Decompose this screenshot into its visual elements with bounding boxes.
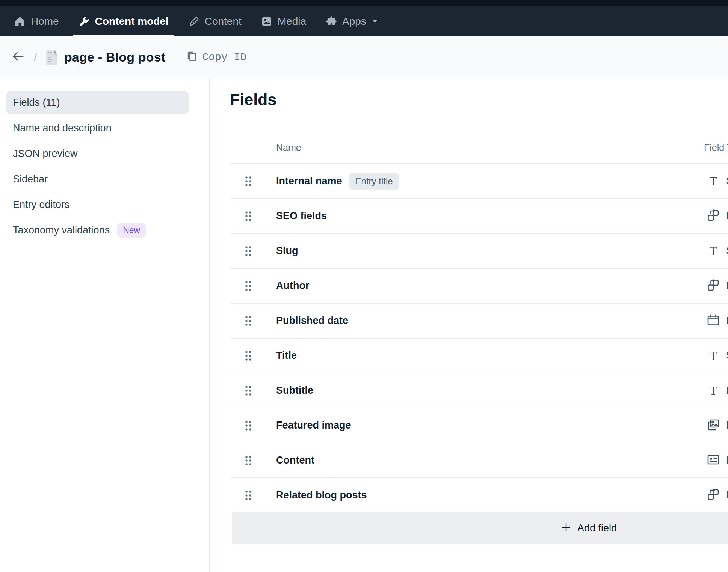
field-type-cell: TS xyxy=(707,349,728,362)
field-type-text: M xyxy=(726,420,728,431)
richtext-type-icon xyxy=(707,453,720,468)
sidebar-item-taxonomy-validations[interactable]: Taxonomy validationsNew xyxy=(6,218,189,242)
add-field-label: Add field xyxy=(577,522,617,534)
field-row-internal-name[interactable]: Internal nameEntry titleTS xyxy=(231,163,728,198)
drag-handle-icon[interactable] xyxy=(244,176,252,187)
text-type-icon: T xyxy=(707,349,720,362)
nav-item-content-model[interactable]: Content model xyxy=(79,6,169,36)
field-row-featured-image[interactable]: Featured imageM xyxy=(231,408,728,443)
field-type-text: S xyxy=(726,350,728,361)
add-field-button[interactable]: Add field xyxy=(232,512,728,544)
back-button[interactable] xyxy=(11,49,26,65)
field-row-content[interactable]: ContentR xyxy=(231,443,728,477)
field-name: Title xyxy=(276,350,297,361)
image-type-icon xyxy=(707,418,720,433)
breadcrumb-separator: / xyxy=(34,50,37,64)
reference-type-icon xyxy=(707,278,720,294)
field-name: Subtitle xyxy=(276,385,313,396)
drag-handle-icon[interactable] xyxy=(244,420,252,431)
copy-id-label: Copy ID xyxy=(202,51,246,63)
sidebar-item-label: Fields (11) xyxy=(13,97,60,108)
plus-icon xyxy=(560,521,572,535)
settings-sidebar: Fields (11)Name and descriptionJSON prev… xyxy=(0,78,210,572)
field-row-related-blog-posts[interactable]: Related blog postsR xyxy=(231,477,728,512)
nav-item-content[interactable]: Content xyxy=(188,6,242,36)
fields-table: Internal nameEntry titleTSSEO fieldsRSlu… xyxy=(210,163,728,512)
copy-icon xyxy=(186,51,198,63)
drag-handle-icon[interactable] xyxy=(244,490,252,501)
nav-item-media[interactable]: Media xyxy=(261,6,306,36)
nav-item-label: Home xyxy=(31,15,59,27)
fields-heading: Fields xyxy=(230,90,276,109)
field-name: Related blog posts xyxy=(276,489,367,501)
field-name: Slug xyxy=(276,245,298,257)
field-type-text: D xyxy=(726,315,728,327)
field-row-title[interactable]: TitleTS xyxy=(231,338,728,373)
drag-handle-icon[interactable] xyxy=(244,211,252,222)
sidebar-item-json-preview[interactable]: JSON preview xyxy=(6,142,189,166)
sidebar-item-label: Taxonomy validations xyxy=(13,224,110,236)
field-type-cell: R xyxy=(707,209,728,224)
field-type-text: Lo xyxy=(726,385,728,396)
sidebar-item-name-and-description[interactable]: Name and description xyxy=(6,116,189,140)
drag-handle-icon[interactable] xyxy=(244,385,252,396)
field-type-text: R xyxy=(726,280,728,292)
puzzle-icon xyxy=(326,16,337,27)
field-row-slug[interactable]: SlugTS xyxy=(231,233,728,268)
field-type-text: R xyxy=(726,210,728,222)
drag-handle-icon[interactable] xyxy=(244,245,252,257)
reference-type-icon xyxy=(707,488,720,503)
field-row-author[interactable]: AuthorR xyxy=(231,268,728,303)
text-type-icon: T xyxy=(707,384,720,397)
field-type-cell: R xyxy=(707,453,728,468)
new-badge: New xyxy=(117,223,146,238)
field-name: Content xyxy=(276,455,314,466)
sidebar-item-entry-editors[interactable]: Entry editors xyxy=(6,193,189,217)
drag-handle-icon[interactable] xyxy=(244,455,252,466)
nav-item-home[interactable]: Home xyxy=(14,6,59,36)
fields-panel: Fields Name Field T Internal nameEntry t… xyxy=(210,78,728,572)
field-name: Author xyxy=(276,280,309,292)
field-name: Featured image xyxy=(276,420,351,431)
field-row-seo-fields[interactable]: SEO fieldsR xyxy=(231,198,728,233)
sidebar-item-label: Entry editors xyxy=(13,199,70,211)
reference-type-icon xyxy=(707,209,720,224)
field-row-subtitle[interactable]: SubtitleTLo xyxy=(231,373,728,408)
drag-handle-icon[interactable] xyxy=(244,350,252,361)
field-type-cell: R xyxy=(707,278,728,294)
field-type-cell: TLo xyxy=(707,384,728,397)
text-type-icon: T xyxy=(707,175,720,188)
text-type-icon: T xyxy=(707,175,720,188)
field-name: Internal name xyxy=(276,175,342,187)
field-type-text: S xyxy=(726,245,728,257)
drag-handle-icon[interactable] xyxy=(244,315,252,327)
sidebar-item-sidebar[interactable]: Sidebar xyxy=(6,167,189,191)
nav-item-label: Apps xyxy=(342,15,366,27)
column-header-field-type: Field T xyxy=(704,142,728,153)
drag-handle-icon[interactable] xyxy=(244,280,252,292)
nav-item-label: Content xyxy=(205,15,242,27)
nav-item-apps[interactable]: Apps xyxy=(326,6,378,36)
page-title: page - Blog post xyxy=(64,50,166,65)
field-name: Published date xyxy=(276,315,348,327)
field-name: SEO fields xyxy=(276,210,327,222)
home-icon xyxy=(14,16,26,27)
copy-id-button[interactable]: Copy ID xyxy=(186,51,246,63)
sidebar-item-label: Sidebar xyxy=(13,173,48,185)
nav-item-label: Content model xyxy=(95,15,169,27)
field-type-cell: M xyxy=(707,418,728,433)
field-type-text: R xyxy=(726,489,728,501)
field-row-published-date[interactable]: Published dateD xyxy=(231,303,728,338)
caret-down-icon xyxy=(372,18,378,25)
sidebar-item-fields-11[interactable]: Fields (11) xyxy=(6,91,189,114)
nav-item-label: Media xyxy=(278,15,306,27)
media-icon xyxy=(261,16,272,27)
breadcrumb: / page - Blog post Copy ID xyxy=(0,36,728,78)
text-type-icon: T xyxy=(707,245,720,257)
wrench-icon xyxy=(79,16,90,27)
column-header-name: Name xyxy=(276,142,301,153)
field-type-cell: D xyxy=(707,313,728,328)
arrow-left-icon xyxy=(11,49,26,65)
field-type-cell: TS xyxy=(707,245,728,257)
text-type-icon: T xyxy=(707,245,720,257)
